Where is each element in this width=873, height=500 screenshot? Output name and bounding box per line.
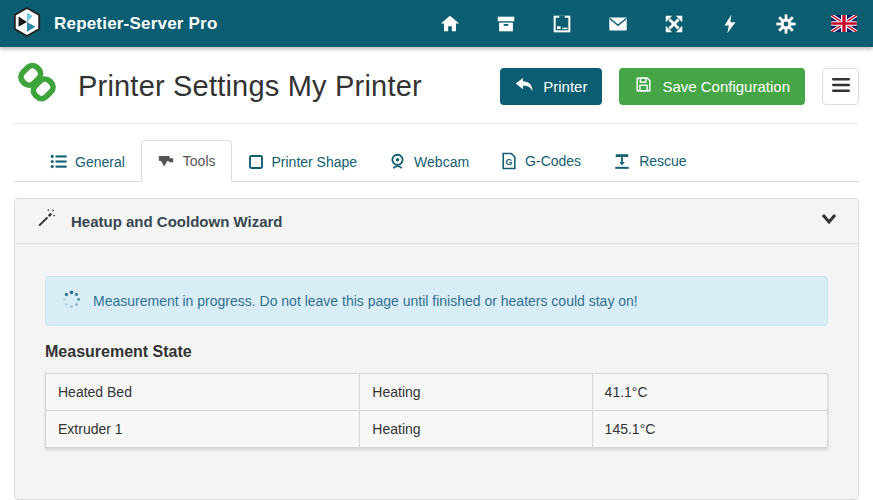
table-row: Heated Bed Heating 41.1°C [46, 374, 828, 411]
rescue-icon [613, 152, 631, 170]
magic-wand-icon [35, 209, 55, 233]
temperature-cell: 145.1°C [592, 411, 827, 448]
table-row: Extruder 1 Heating 145.1°C [46, 411, 828, 448]
state-cell: Heating [360, 374, 592, 411]
printer-button-label: Printer [543, 78, 587, 95]
svg-text:G: G [506, 157, 513, 167]
square-outline-icon [248, 154, 264, 170]
page-header: Printer Settings My Printer Printer Save… [14, 47, 859, 124]
language-flag-uk-icon[interactable] [831, 13, 857, 35]
tab-general[interactable]: General [34, 141, 141, 182]
gear-icon[interactable] [775, 13, 797, 35]
app-title: Repetier-Server Pro [54, 14, 217, 34]
spinner-icon [62, 290, 81, 312]
repetier-logo-icon [12, 7, 42, 41]
chevron-down-icon[interactable] [820, 212, 838, 230]
hamburger-icon [832, 78, 850, 95]
wizard-panel-header[interactable]: Heatup and Cooldown Wizard [15, 199, 858, 244]
measurement-state-table: Heated Bed Heating 41.1°C Extruder 1 Hea… [45, 373, 828, 448]
measurement-alert: Measurement in progress. Do not leave th… [45, 276, 828, 326]
measurement-state-heading: Measurement State [45, 343, 828, 361]
tab-printer-shape[interactable]: Printer Shape [232, 142, 374, 182]
tab-gcodes-label: G-Codes [525, 153, 581, 169]
gcode-file-icon: G [501, 152, 517, 170]
app-brand[interactable]: Repetier-Server Pro [12, 7, 217, 41]
save-button-label: Save Configuration [662, 78, 790, 95]
tab-gcodes[interactable]: G G-Codes [485, 140, 597, 182]
top-navbar: Repetier-Server Pro [0, 0, 873, 47]
wizard-panel-body: Measurement in progress. Do not leave th… [15, 244, 858, 448]
tab-webcam[interactable]: Webcam [373, 141, 485, 182]
printer-button[interactable]: Printer [500, 68, 602, 105]
wizard-panel-title: Heatup and Cooldown Wizard [71, 213, 283, 230]
heatup-cooldown-wizard-panel: Heatup and Cooldown Wizard [14, 198, 859, 500]
tab-rescue-label: Rescue [639, 153, 686, 169]
device-cell: Heated Bed [46, 374, 360, 411]
tab-webcam-label: Webcam [414, 154, 469, 170]
state-cell: Heating [360, 411, 592, 448]
printer-frame-icon[interactable] [551, 13, 573, 35]
save-configuration-button[interactable]: Save Configuration [619, 68, 805, 105]
bolt-icon[interactable] [719, 13, 741, 35]
navbar-icons [405, 13, 857, 35]
list-icon [50, 153, 67, 170]
chain-link-icon [14, 61, 60, 111]
mail-icon[interactable] [607, 13, 629, 35]
settings-tabs: General Tools Printer Shape [14, 140, 859, 182]
extruder-icon [157, 152, 175, 170]
expand-arrows-icon[interactable] [663, 13, 685, 35]
temperature-cell: 41.1°C [592, 374, 827, 411]
menu-button[interactable] [822, 68, 859, 105]
page-title: Printer Settings My Printer [78, 70, 422, 103]
tab-general-label: General [75, 154, 125, 170]
device-cell: Extruder 1 [46, 411, 360, 448]
tab-printer-shape-label: Printer Shape [272, 154, 358, 170]
tab-tools[interactable]: Tools [141, 140, 232, 182]
save-floppy-icon [634, 75, 653, 97]
tab-tools-label: Tools [183, 153, 216, 169]
webcam-icon [389, 153, 406, 170]
back-arrow-icon [515, 77, 534, 96]
tab-rescue[interactable]: Rescue [597, 140, 702, 182]
archive-box-icon[interactable] [495, 13, 517, 35]
home-icon[interactable] [439, 13, 461, 35]
alert-text: Measurement in progress. Do not leave th… [93, 293, 638, 309]
